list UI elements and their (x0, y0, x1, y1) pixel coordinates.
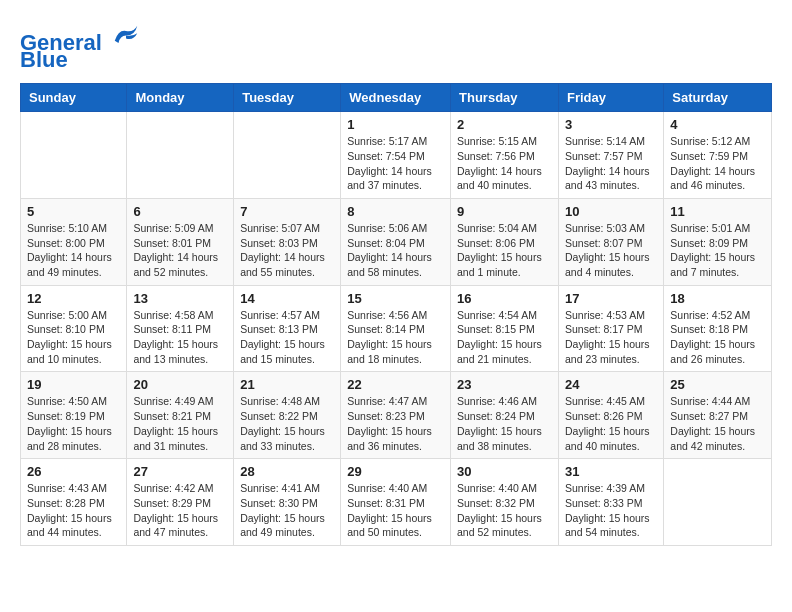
day-info: Sunrise: 4:46 AM Sunset: 8:24 PM Dayligh… (457, 394, 552, 453)
weekday-header-sunday: Sunday (21, 84, 127, 112)
day-info: Sunrise: 4:57 AM Sunset: 8:13 PM Dayligh… (240, 308, 334, 367)
day-number: 29 (347, 464, 444, 479)
weekday-header-row: SundayMondayTuesdayWednesdayThursdayFrid… (21, 84, 772, 112)
day-info: Sunrise: 4:54 AM Sunset: 8:15 PM Dayligh… (457, 308, 552, 367)
day-info: Sunrise: 4:58 AM Sunset: 8:11 PM Dayligh… (133, 308, 227, 367)
day-info: Sunrise: 4:40 AM Sunset: 8:31 PM Dayligh… (347, 481, 444, 540)
calendar-cell: 14Sunrise: 4:57 AM Sunset: 8:13 PM Dayli… (234, 285, 341, 372)
calendar-cell: 5Sunrise: 5:10 AM Sunset: 8:00 PM Daylig… (21, 198, 127, 285)
day-number: 31 (565, 464, 657, 479)
calendar-cell: 30Sunrise: 4:40 AM Sunset: 8:32 PM Dayli… (451, 459, 559, 546)
day-info: Sunrise: 5:09 AM Sunset: 8:01 PM Dayligh… (133, 221, 227, 280)
day-info: Sunrise: 4:44 AM Sunset: 8:27 PM Dayligh… (670, 394, 765, 453)
day-number: 30 (457, 464, 552, 479)
calendar-cell: 23Sunrise: 4:46 AM Sunset: 8:24 PM Dayli… (451, 372, 559, 459)
calendar-cell: 7Sunrise: 5:07 AM Sunset: 8:03 PM Daylig… (234, 198, 341, 285)
calendar-cell: 26Sunrise: 4:43 AM Sunset: 8:28 PM Dayli… (21, 459, 127, 546)
week-row-4: 19Sunrise: 4:50 AM Sunset: 8:19 PM Dayli… (21, 372, 772, 459)
calendar-cell: 10Sunrise: 5:03 AM Sunset: 8:07 PM Dayli… (558, 198, 663, 285)
day-number: 11 (670, 204, 765, 219)
day-number: 9 (457, 204, 552, 219)
day-number: 1 (347, 117, 444, 132)
day-number: 12 (27, 291, 120, 306)
day-info: Sunrise: 4:47 AM Sunset: 8:23 PM Dayligh… (347, 394, 444, 453)
day-number: 6 (133, 204, 227, 219)
weekday-header-saturday: Saturday (664, 84, 772, 112)
day-number: 26 (27, 464, 120, 479)
day-info: Sunrise: 4:40 AM Sunset: 8:32 PM Dayligh… (457, 481, 552, 540)
calendar-cell: 8Sunrise: 5:06 AM Sunset: 8:04 PM Daylig… (341, 198, 451, 285)
calendar-cell (664, 459, 772, 546)
day-info: Sunrise: 5:04 AM Sunset: 8:06 PM Dayligh… (457, 221, 552, 280)
calendar-cell: 9Sunrise: 5:04 AM Sunset: 8:06 PM Daylig… (451, 198, 559, 285)
week-row-1: 1Sunrise: 5:17 AM Sunset: 7:54 PM Daylig… (21, 112, 772, 199)
day-info: Sunrise: 5:17 AM Sunset: 7:54 PM Dayligh… (347, 134, 444, 193)
calendar-cell (127, 112, 234, 199)
weekday-header-tuesday: Tuesday (234, 84, 341, 112)
day-info: Sunrise: 5:06 AM Sunset: 8:04 PM Dayligh… (347, 221, 444, 280)
day-number: 16 (457, 291, 552, 306)
day-info: Sunrise: 4:39 AM Sunset: 8:33 PM Dayligh… (565, 481, 657, 540)
day-info: Sunrise: 4:45 AM Sunset: 8:26 PM Dayligh… (565, 394, 657, 453)
calendar-cell: 3Sunrise: 5:14 AM Sunset: 7:57 PM Daylig… (558, 112, 663, 199)
day-number: 23 (457, 377, 552, 392)
calendar-cell (234, 112, 341, 199)
calendar-cell: 31Sunrise: 4:39 AM Sunset: 8:33 PM Dayli… (558, 459, 663, 546)
day-number: 2 (457, 117, 552, 132)
day-info: Sunrise: 5:10 AM Sunset: 8:00 PM Dayligh… (27, 221, 120, 280)
calendar-cell: 15Sunrise: 4:56 AM Sunset: 8:14 PM Dayli… (341, 285, 451, 372)
day-info: Sunrise: 4:42 AM Sunset: 8:29 PM Dayligh… (133, 481, 227, 540)
day-info: Sunrise: 5:07 AM Sunset: 8:03 PM Dayligh… (240, 221, 334, 280)
week-row-5: 26Sunrise: 4:43 AM Sunset: 8:28 PM Dayli… (21, 459, 772, 546)
calendar-cell: 17Sunrise: 4:53 AM Sunset: 8:17 PM Dayli… (558, 285, 663, 372)
calendar-table: SundayMondayTuesdayWednesdayThursdayFrid… (20, 83, 772, 546)
logo-bird-icon (111, 20, 141, 50)
day-info: Sunrise: 4:43 AM Sunset: 8:28 PM Dayligh… (27, 481, 120, 540)
weekday-header-wednesday: Wednesday (341, 84, 451, 112)
day-info: Sunrise: 4:41 AM Sunset: 8:30 PM Dayligh… (240, 481, 334, 540)
calendar-cell: 6Sunrise: 5:09 AM Sunset: 8:01 PM Daylig… (127, 198, 234, 285)
day-info: Sunrise: 5:01 AM Sunset: 8:09 PM Dayligh… (670, 221, 765, 280)
day-number: 3 (565, 117, 657, 132)
day-number: 14 (240, 291, 334, 306)
day-info: Sunrise: 5:15 AM Sunset: 7:56 PM Dayligh… (457, 134, 552, 193)
day-info: Sunrise: 5:03 AM Sunset: 8:07 PM Dayligh… (565, 221, 657, 280)
calendar-cell: 4Sunrise: 5:12 AM Sunset: 7:59 PM Daylig… (664, 112, 772, 199)
calendar-cell: 12Sunrise: 5:00 AM Sunset: 8:10 PM Dayli… (21, 285, 127, 372)
day-number: 10 (565, 204, 657, 219)
day-number: 8 (347, 204, 444, 219)
calendar-cell: 27Sunrise: 4:42 AM Sunset: 8:29 PM Dayli… (127, 459, 234, 546)
calendar-cell (21, 112, 127, 199)
day-info: Sunrise: 4:49 AM Sunset: 8:21 PM Dayligh… (133, 394, 227, 453)
weekday-header-thursday: Thursday (451, 84, 559, 112)
day-info: Sunrise: 4:50 AM Sunset: 8:19 PM Dayligh… (27, 394, 120, 453)
day-number: 5 (27, 204, 120, 219)
day-number: 21 (240, 377, 334, 392)
calendar-cell: 24Sunrise: 4:45 AM Sunset: 8:26 PM Dayli… (558, 372, 663, 459)
weekday-header-friday: Friday (558, 84, 663, 112)
logo: General Blue (20, 20, 141, 73)
day-info: Sunrise: 5:00 AM Sunset: 8:10 PM Dayligh… (27, 308, 120, 367)
day-number: 17 (565, 291, 657, 306)
day-info: Sunrise: 4:48 AM Sunset: 8:22 PM Dayligh… (240, 394, 334, 453)
calendar-cell: 25Sunrise: 4:44 AM Sunset: 8:27 PM Dayli… (664, 372, 772, 459)
calendar-cell: 21Sunrise: 4:48 AM Sunset: 8:22 PM Dayli… (234, 372, 341, 459)
day-number: 13 (133, 291, 227, 306)
day-number: 24 (565, 377, 657, 392)
day-info: Sunrise: 4:56 AM Sunset: 8:14 PM Dayligh… (347, 308, 444, 367)
day-number: 20 (133, 377, 227, 392)
week-row-3: 12Sunrise: 5:00 AM Sunset: 8:10 PM Dayli… (21, 285, 772, 372)
calendar-cell: 1Sunrise: 5:17 AM Sunset: 7:54 PM Daylig… (341, 112, 451, 199)
calendar-cell: 19Sunrise: 4:50 AM Sunset: 8:19 PM Dayli… (21, 372, 127, 459)
day-number: 4 (670, 117, 765, 132)
day-info: Sunrise: 5:12 AM Sunset: 7:59 PM Dayligh… (670, 134, 765, 193)
calendar-cell: 11Sunrise: 5:01 AM Sunset: 8:09 PM Dayli… (664, 198, 772, 285)
day-number: 7 (240, 204, 334, 219)
calendar-cell: 29Sunrise: 4:40 AM Sunset: 8:31 PM Dayli… (341, 459, 451, 546)
day-number: 18 (670, 291, 765, 306)
weekday-header-monday: Monday (127, 84, 234, 112)
calendar-cell: 28Sunrise: 4:41 AM Sunset: 8:30 PM Dayli… (234, 459, 341, 546)
day-number: 28 (240, 464, 334, 479)
page-header: General Blue (20, 20, 772, 73)
day-number: 22 (347, 377, 444, 392)
